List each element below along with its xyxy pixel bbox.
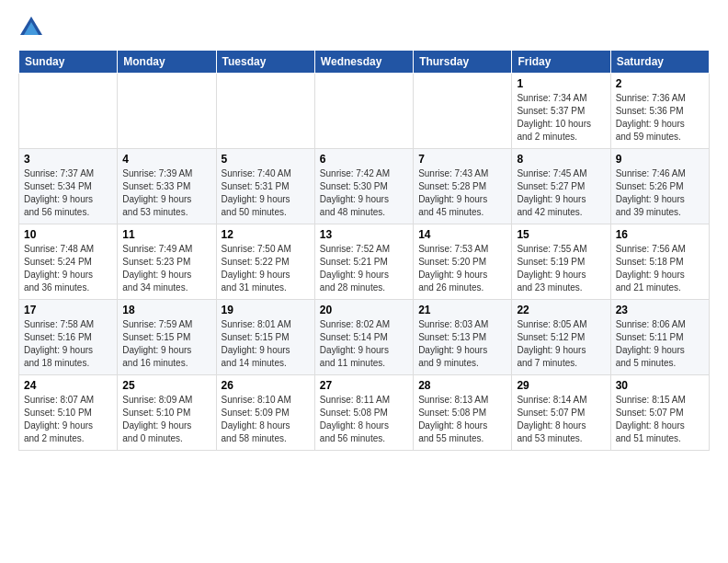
logo-icon (18, 15, 44, 40)
weekday-header-row: SundayMondayTuesdayWednesdayThursdayFrid… (19, 51, 710, 74)
day-number: 6 (320, 153, 408, 166)
day-number: 9 (616, 153, 704, 166)
day-number: 4 (122, 153, 210, 166)
day-info: Sunrise: 8:14 AM Sunset: 5:07 PM Dayligh… (517, 394, 605, 445)
week-row-1: 1Sunrise: 7:34 AM Sunset: 5:37 PM Daylig… (19, 74, 710, 149)
day-number: 20 (320, 304, 408, 316)
day-info: Sunrise: 7:53 AM Sunset: 5:20 PM Dayligh… (418, 243, 506, 294)
day-info: Sunrise: 7:48 AM Sunset: 5:24 PM Dayligh… (24, 243, 112, 294)
week-row-2: 3Sunrise: 7:37 AM Sunset: 5:34 PM Daylig… (19, 149, 710, 224)
weekday-header-thursday: Thursday (414, 51, 512, 74)
day-info: Sunrise: 8:05 AM Sunset: 5:12 PM Dayligh… (517, 318, 605, 370)
day-number: 28 (418, 379, 506, 392)
day-number: 23 (616, 304, 704, 316)
day-cell: 5Sunrise: 7:40 AM Sunset: 5:31 PM Daylig… (216, 149, 314, 224)
day-info: Sunrise: 8:15 AM Sunset: 5:07 PM Dayligh… (616, 394, 704, 445)
week-row-4: 17Sunrise: 7:58 AM Sunset: 5:16 PM Dayli… (19, 300, 710, 375)
day-info: Sunrise: 7:52 AM Sunset: 5:21 PM Dayligh… (320, 243, 408, 294)
day-cell: 16Sunrise: 7:56 AM Sunset: 5:18 PM Dayli… (610, 224, 709, 300)
weekday-header-tuesday: Tuesday (216, 51, 314, 74)
day-cell: 18Sunrise: 7:59 AM Sunset: 5:15 PM Dayli… (118, 300, 216, 375)
weekday-header-saturday: Saturday (610, 51, 709, 74)
day-info: Sunrise: 8:07 AM Sunset: 5:10 PM Dayligh… (24, 394, 112, 445)
weekday-header-wednesday: Wednesday (314, 51, 413, 74)
day-cell: 24Sunrise: 8:07 AM Sunset: 5:10 PM Dayli… (19, 375, 118, 451)
day-number: 14 (418, 228, 506, 241)
day-info: Sunrise: 7:45 AM Sunset: 5:27 PM Dayligh… (517, 167, 605, 219)
week-row-3: 10Sunrise: 7:48 AM Sunset: 5:24 PM Dayli… (19, 224, 710, 300)
day-number: 27 (320, 379, 408, 392)
day-number: 30 (616, 379, 704, 392)
day-number: 11 (122, 228, 210, 241)
day-number: 29 (517, 379, 605, 392)
day-cell (216, 74, 314, 149)
day-number: 16 (616, 228, 704, 241)
day-info: Sunrise: 8:10 AM Sunset: 5:09 PM Dayligh… (222, 394, 310, 445)
calendar-table: SundayMondayTuesdayWednesdayThursdayFrid… (18, 50, 710, 451)
day-number: 1 (517, 77, 605, 90)
day-number: 13 (320, 228, 408, 241)
day-number: 15 (517, 228, 605, 241)
day-number: 5 (222, 153, 310, 166)
day-cell: 14Sunrise: 7:53 AM Sunset: 5:20 PM Dayli… (414, 224, 512, 300)
day-cell: 30Sunrise: 8:15 AM Sunset: 5:07 PM Dayli… (610, 375, 709, 451)
day-info: Sunrise: 7:49 AM Sunset: 5:23 PM Dayligh… (122, 243, 210, 294)
day-info: Sunrise: 7:36 AM Sunset: 5:36 PM Dayligh… (616, 92, 704, 144)
day-number: 19 (222, 304, 310, 316)
day-number: 24 (24, 379, 112, 392)
day-cell: 26Sunrise: 8:10 AM Sunset: 5:09 PM Dayli… (216, 375, 314, 451)
day-info: Sunrise: 8:09 AM Sunset: 5:10 PM Dayligh… (122, 394, 210, 445)
page: SundayMondayTuesdayWednesdayThursdayFrid… (0, 0, 728, 460)
day-info: Sunrise: 7:39 AM Sunset: 5:33 PM Dayligh… (122, 167, 210, 219)
day-info: Sunrise: 8:02 AM Sunset: 5:14 PM Dayligh… (320, 318, 408, 370)
day-number: 3 (24, 153, 112, 166)
day-cell (414, 74, 512, 149)
day-cell: 11Sunrise: 7:49 AM Sunset: 5:23 PM Dayli… (118, 224, 216, 300)
day-cell: 17Sunrise: 7:58 AM Sunset: 5:16 PM Dayli… (19, 300, 118, 375)
day-cell: 23Sunrise: 8:06 AM Sunset: 5:11 PM Dayli… (610, 300, 709, 375)
day-cell: 29Sunrise: 8:14 AM Sunset: 5:07 PM Dayli… (512, 375, 610, 451)
day-number: 21 (418, 304, 506, 316)
day-info: Sunrise: 8:06 AM Sunset: 5:11 PM Dayligh… (616, 318, 704, 370)
day-number: 17 (24, 304, 112, 316)
day-info: Sunrise: 7:43 AM Sunset: 5:28 PM Dayligh… (418, 167, 506, 219)
day-cell: 28Sunrise: 8:13 AM Sunset: 5:08 PM Dayli… (414, 375, 512, 451)
day-number: 8 (517, 153, 605, 166)
day-cell (118, 74, 216, 149)
day-cell: 8Sunrise: 7:45 AM Sunset: 5:27 PM Daylig… (512, 149, 610, 224)
day-info: Sunrise: 7:50 AM Sunset: 5:22 PM Dayligh… (222, 243, 310, 294)
day-cell: 4Sunrise: 7:39 AM Sunset: 5:33 PM Daylig… (118, 149, 216, 224)
day-cell: 10Sunrise: 7:48 AM Sunset: 5:24 PM Dayli… (19, 224, 118, 300)
day-cell (19, 74, 118, 149)
day-number: 7 (418, 153, 506, 166)
day-cell: 1Sunrise: 7:34 AM Sunset: 5:37 PM Daylig… (512, 74, 610, 149)
day-number: 22 (517, 304, 605, 316)
day-info: Sunrise: 7:58 AM Sunset: 5:16 PM Dayligh… (24, 318, 112, 370)
day-info: Sunrise: 7:34 AM Sunset: 5:37 PM Dayligh… (517, 92, 605, 144)
day-cell: 20Sunrise: 8:02 AM Sunset: 5:14 PM Dayli… (314, 300, 413, 375)
day-cell: 13Sunrise: 7:52 AM Sunset: 5:21 PM Dayli… (314, 224, 413, 300)
weekday-header-friday: Friday (512, 51, 610, 74)
day-cell (314, 74, 413, 149)
day-cell: 9Sunrise: 7:46 AM Sunset: 5:26 PM Daylig… (610, 149, 709, 224)
day-info: Sunrise: 7:55 AM Sunset: 5:19 PM Dayligh… (517, 243, 605, 294)
day-number: 2 (616, 77, 704, 90)
day-info: Sunrise: 7:56 AM Sunset: 5:18 PM Dayligh… (616, 243, 704, 294)
day-info: Sunrise: 8:01 AM Sunset: 5:15 PM Dayligh… (222, 318, 310, 370)
day-cell: 2Sunrise: 7:36 AM Sunset: 5:36 PM Daylig… (610, 74, 709, 149)
day-number: 25 (122, 379, 210, 392)
day-cell: 12Sunrise: 7:50 AM Sunset: 5:22 PM Dayli… (216, 224, 314, 300)
day-info: Sunrise: 7:46 AM Sunset: 5:26 PM Dayligh… (616, 167, 704, 219)
weekday-header-monday: Monday (118, 51, 216, 74)
day-info: Sunrise: 7:42 AM Sunset: 5:30 PM Dayligh… (320, 167, 408, 219)
day-cell: 22Sunrise: 8:05 AM Sunset: 5:12 PM Dayli… (512, 300, 610, 375)
day-cell: 7Sunrise: 7:43 AM Sunset: 5:28 PM Daylig… (414, 149, 512, 224)
header (18, 15, 710, 40)
day-number: 26 (222, 379, 310, 392)
day-number: 12 (222, 228, 310, 241)
day-info: Sunrise: 8:13 AM Sunset: 5:08 PM Dayligh… (418, 394, 506, 445)
day-cell: 21Sunrise: 8:03 AM Sunset: 5:13 PM Dayli… (414, 300, 512, 375)
day-info: Sunrise: 7:59 AM Sunset: 5:15 PM Dayligh… (122, 318, 210, 370)
day-info: Sunrise: 7:40 AM Sunset: 5:31 PM Dayligh… (222, 167, 310, 219)
day-cell: 3Sunrise: 7:37 AM Sunset: 5:34 PM Daylig… (19, 149, 118, 224)
